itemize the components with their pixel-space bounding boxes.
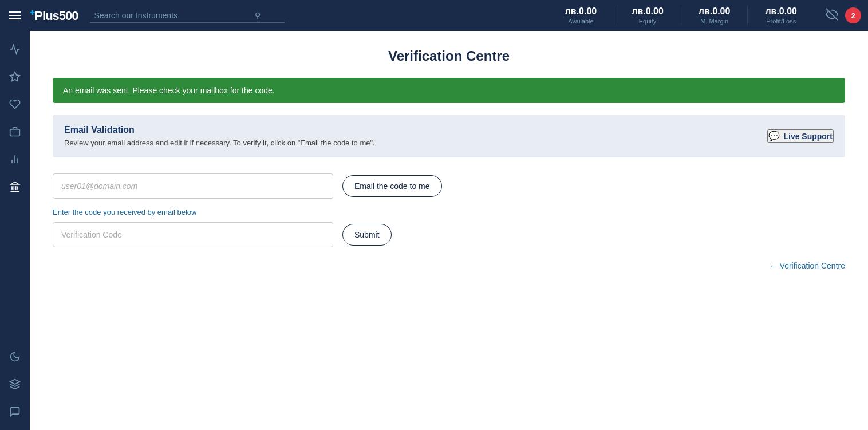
nav-icons: 2 [826, 7, 861, 23]
email-validation-content: Email Validation Review your email addre… [64, 125, 375, 147]
search-bar: ⚲ [90, 9, 285, 23]
email-validation-box: Email Validation Review your email addre… [53, 115, 845, 157]
logo-text: +Plus500 [30, 7, 78, 23]
nav-stats: лв.0.00 Available лв.0.00 Equity лв.0.00… [548, 6, 814, 25]
code-hint: Enter the code you received by email bel… [53, 208, 845, 216]
sidebar-bottom [3, 345, 26, 423]
hide-balance-button[interactable] [826, 8, 838, 23]
page-title: Verification Centre [53, 48, 845, 64]
logo: +Plus500 [30, 7, 78, 23]
main-layout: Verification Centre An email was sent. P… [0, 31, 868, 430]
back-link-container: ← Verification Centre [53, 261, 845, 270]
svg-marker-1 [10, 72, 20, 81]
sidebar-item-bank[interactable] [3, 175, 26, 198]
verification-form-row: Submit [53, 222, 845, 247]
email-code-button[interactable]: Email the code to me [342, 175, 442, 197]
stat-profit: лв.0.00 Profit/Loss [748, 6, 814, 25]
stat-equity: лв.0.00 Equity [614, 6, 681, 25]
svg-rect-2 [10, 129, 20, 136]
email-input[interactable] [53, 173, 333, 199]
sidebar-item-analytics[interactable] [3, 148, 26, 171]
sidebar-item-portfolio[interactable] [3, 120, 26, 143]
content-area: Verification Centre An email was sent. P… [30, 31, 868, 430]
success-banner: An email was sent. Please check your mai… [53, 78, 845, 103]
email-form-row: Email the code to me [53, 173, 845, 199]
sidebar-item-chat[interactable] [3, 400, 26, 423]
sidebar-item-theme[interactable] [3, 345, 26, 368]
email-validation-title: Email Validation [64, 125, 375, 135]
chat-icon: 💬 [768, 131, 780, 141]
sidebar-item-stack[interactable] [3, 373, 26, 396]
top-nav: +Plus500 ⚲ лв.0.00 Available лв.0.00 Equ… [0, 0, 868, 31]
submit-button[interactable]: Submit [342, 224, 392, 246]
svg-marker-12 [10, 380, 20, 384]
svg-marker-11 [11, 182, 18, 184]
sidebar-item-trades[interactable] [3, 65, 26, 88]
back-to-verification-link[interactable]: ← Verification Centre [770, 261, 845, 270]
menu-button[interactable] [7, 9, 23, 22]
sidebar-item-watchlist[interactable] [3, 93, 26, 116]
notification-badge[interactable]: 2 [845, 7, 861, 23]
stat-margin: лв.0.00 M. Margin [681, 6, 748, 25]
search-icon: ⚲ [255, 11, 261, 20]
sidebar-item-chart[interactable] [3, 38, 26, 61]
live-support-button[interactable]: 💬 Live Support [767, 129, 834, 143]
search-input[interactable] [94, 11, 255, 20]
verification-code-input[interactable] [53, 222, 333, 247]
stat-available: лв.0.00 Available [548, 6, 615, 25]
sidebar [0, 31, 30, 430]
email-validation-desc: Review your email address and edit it if… [64, 139, 375, 147]
